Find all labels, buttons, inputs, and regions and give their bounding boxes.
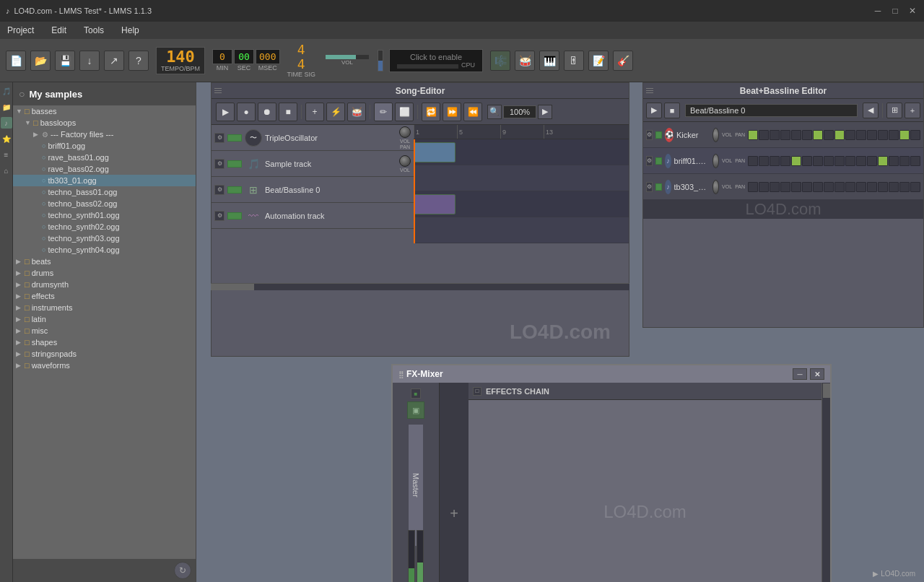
close-button[interactable]: ✕: [907, 5, 918, 17]
bb-pad[interactable]: [802, 182, 812, 192]
bb-play-button[interactable]: ▶: [646, 103, 662, 118]
bb-pad[interactable]: [759, 130, 769, 140]
time-sig-den[interactable]: 4: [297, 57, 305, 71]
channel-enable-button[interactable]: ■: [411, 388, 421, 399]
bb-track-settings[interactable]: ⚙: [646, 182, 653, 192]
bb-pad[interactable]: [878, 130, 888, 140]
list-item[interactable]: ▶ □ drumsynth: [13, 279, 196, 290]
bb-pad[interactable]: [910, 130, 920, 140]
song-scrollbar-thumb[interactable]: [211, 284, 254, 290]
maximize-button[interactable]: □: [889, 5, 901, 17]
sidebar-samples-icon[interactable]: ♪: [1, 117, 12, 129]
timeline-button[interactable]: ⏩: [443, 103, 461, 121]
tempo-display[interactable]: 140: [166, 49, 195, 65]
save-project-button[interactable]: 💾: [55, 51, 75, 71]
list-item[interactable]: ○ techno_synth01.ogg: [13, 209, 196, 221]
song-editor-toggle[interactable]: 🎼: [490, 51, 510, 71]
piano-roll-toggle[interactable]: 🎹: [539, 51, 559, 71]
track-name-automation[interactable]: Automation track: [265, 212, 411, 220]
list-item[interactable]: ○ briff01.ogg: [13, 140, 196, 152]
zoom-in-button[interactable]: ▶: [538, 105, 552, 119]
beat-editor-toggle[interactable]: 🥁: [515, 51, 535, 71]
instrument-plugins-toggle[interactable]: 🎸: [613, 51, 633, 71]
cpu-click-to-enable[interactable]: Click to enable: [410, 53, 462, 61]
bb-pad[interactable]: [748, 182, 758, 192]
vol-knob[interactable]: [399, 155, 411, 167]
bb-pad[interactable]: [813, 156, 823, 166]
bb-pad[interactable]: [856, 182, 866, 192]
track-settings-button[interactable]: ⚙: [214, 133, 225, 143]
stop-button[interactable]: ■: [279, 103, 297, 121]
bb-track-active[interactable]: [655, 131, 662, 139]
fx-fader-right[interactable]: [417, 530, 424, 582]
record-button[interactable]: ●: [237, 103, 256, 121]
bb-add-button[interactable]: +: [905, 103, 920, 118]
bb-pad[interactable]: [889, 130, 899, 140]
list-item[interactable]: ▶ □ misc: [13, 325, 196, 336]
bb-track-tb303-name[interactable]: tb303_01.ogg: [674, 183, 710, 191]
bb-pad[interactable]: [889, 156, 899, 166]
bb-pad[interactable]: [867, 156, 877, 166]
menu-tools[interactable]: Tools: [79, 24, 108, 37]
export-button[interactable]: ↗: [104, 51, 124, 71]
list-item[interactable]: ○ techno_bass02.ogg: [13, 198, 196, 209]
list-item[interactable]: ▶ □ waveforms: [13, 360, 196, 371]
bb-pad[interactable]: [759, 182, 769, 192]
bb-pad[interactable]: [845, 130, 855, 140]
bb-pad[interactable]: [856, 156, 866, 166]
bb-pad[interactable]: [813, 182, 823, 192]
bb-pad[interactable]: [845, 156, 855, 166]
add-sample-track-button[interactable]: +: [305, 103, 324, 121]
bb-pad[interactable]: [780, 130, 790, 140]
menu-help[interactable]: Help: [117, 24, 144, 37]
list-item[interactable]: ○ tb303_01.ogg: [13, 175, 196, 186]
minimize-button[interactable]: ─: [872, 5, 884, 17]
list-item[interactable]: ○ techno_bass01.ogg: [13, 186, 196, 198]
bb-pad[interactable]: [791, 156, 801, 166]
refresh-button[interactable]: ↻: [174, 562, 191, 579]
bb-vol-knob[interactable]: [712, 128, 719, 142]
sidebar-instruments-icon[interactable]: 🎵: [1, 85, 12, 97]
bb-track-settings[interactable]: ⚙: [646, 130, 653, 140]
bb-pad[interactable]: [748, 156, 758, 166]
track-active-button[interactable]: [227, 212, 242, 220]
bb-pad[interactable]: [780, 182, 790, 192]
track-name-beat[interactable]: Beat/Bassline 0: [265, 186, 411, 194]
fx-fader-left[interactable]: [408, 530, 415, 582]
time-msec[interactable]: 000: [256, 49, 279, 64]
zoom-out-button[interactable]: 🔍: [487, 105, 502, 119]
bb-pad[interactable]: [899, 182, 910, 192]
list-item[interactable]: ▶ □ stringsnpads: [13, 348, 196, 360]
save-as-button[interactable]: ↓: [79, 51, 100, 71]
bb-track-briff-name[interactable]: briff01.ogg: [674, 157, 710, 165]
bb-name-display[interactable]: Beat/Bassline 0: [685, 104, 858, 117]
track-active-button[interactable]: [227, 134, 242, 142]
bb-pad[interactable]: [770, 182, 780, 192]
bb-pad[interactable]: [824, 156, 834, 166]
sidebar-home-icon[interactable]: ⌂: [1, 165, 12, 176]
list-item[interactable]: ▶ □ instruments: [13, 302, 196, 313]
bb-pad[interactable]: [867, 130, 877, 140]
time-sec[interactable]: 00: [234, 49, 254, 64]
bb-pad[interactable]: [791, 130, 801, 140]
bb-pad[interactable]: [791, 182, 801, 192]
sidebar-projects-icon[interactable]: 📁: [1, 101, 12, 113]
bb-track-settings[interactable]: ⚙: [646, 156, 653, 166]
bb-pad[interactable]: [834, 156, 845, 166]
menu-edit[interactable]: Edit: [47, 24, 71, 37]
bb-pad[interactable]: [867, 182, 877, 192]
draw-mode-button[interactable]: ✏: [374, 103, 393, 121]
list-item[interactable]: ▶ □ drums: [13, 267, 196, 279]
fx-add-channel-button[interactable]: +: [440, 383, 468, 582]
bb-grid-button[interactable]: ⊞: [886, 103, 902, 118]
menu-project[interactable]: Project: [3, 24, 38, 37]
bb-pad[interactable]: [845, 182, 855, 192]
bb-track-active[interactable]: [655, 157, 662, 165]
add-automation-button[interactable]: ⚡: [326, 103, 345, 121]
bb-pad[interactable]: [856, 130, 866, 140]
list-item[interactable]: ▼ □ basses: [13, 105, 196, 117]
new-project-button[interactable]: 📄: [6, 51, 26, 71]
bb-pad[interactable]: [910, 156, 920, 166]
effects-chain-checkbox[interactable]: □: [473, 387, 481, 396]
help-button[interactable]: ?: [128, 51, 149, 71]
